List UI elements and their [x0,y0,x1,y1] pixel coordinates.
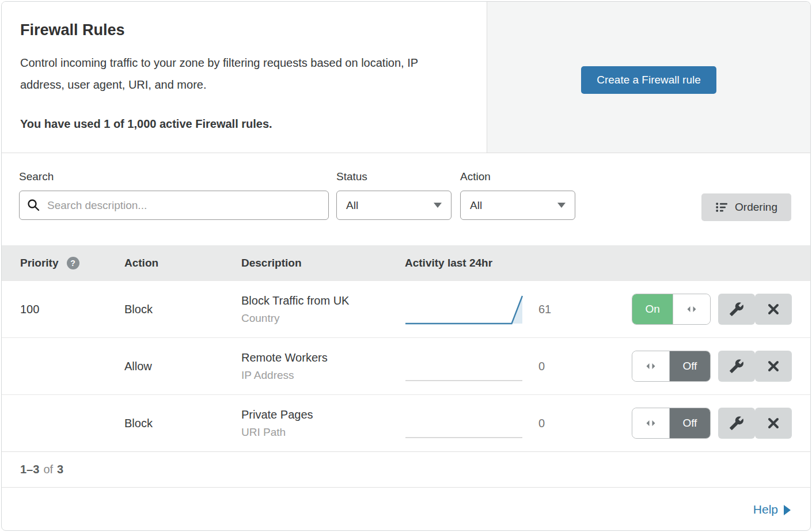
edit-rule-button[interactable] [718,294,755,325]
rule-description: Block Traffic from UK [241,294,405,307]
column-header-action: Action [124,257,241,269]
rule-description: Private Pages [241,408,405,421]
status-select[interactable]: All [336,191,451,220]
ordering-button[interactable]: Ordering [701,193,791,221]
activity-count: 0 [523,417,598,430]
page-description: Control incoming traffic to your zone by… [20,52,464,96]
rule-action: Block [124,417,241,430]
filter-bar: Search Status All Action All [2,153,810,245]
usage-note: You have used 1 of 1,000 active Firewall… [20,117,464,131]
header-action-area: Create a Firewall rule [487,2,810,153]
ordering-button-label: Ordering [735,201,777,214]
wrench-icon [729,302,744,317]
search-icon [27,199,40,211]
arrow-right-icon [784,505,791,515]
column-header-description: Description [241,257,405,269]
table-row: 100 Block Block Traffic from UK Country … [2,280,810,337]
delete-rule-button[interactable] [755,294,792,325]
activity-sparkline [405,348,523,384]
activity-count: 0 [523,360,598,373]
pagination-range: 1–3 [20,463,39,476]
status-selected-value: All [346,199,358,212]
table-row: Block Private Pages URI Path 0 Off [2,394,810,451]
status-label: Status [336,170,451,183]
ordered-list-icon [715,201,728,214]
rule-action: Allow [124,360,241,373]
header-text-block: Firewall Rules Control incoming traffic … [2,2,487,153]
close-icon [767,417,780,430]
column-header-priority: Priority [20,257,59,269]
toggle-state-label: On [632,294,673,324]
page-title: Firewall Rules [20,21,464,39]
action-filter-group: Action All [460,170,575,220]
firewall-rules-panel: Firewall Rules Control incoming traffic … [1,1,811,531]
search-label: Search [19,170,329,183]
chevron-down-icon [434,203,442,208]
activity-sparkline [405,405,523,441]
rule-priority: 100 [2,303,124,316]
rule-enabled-toggle[interactable]: Off [632,408,711,439]
priority-help-icon[interactable]: ? [67,257,79,269]
search-filter-group: Search [19,170,329,220]
rule-enabled-toggle[interactable]: Off [632,351,711,382]
rule-type: IP Address [241,369,405,382]
chevron-down-icon [557,203,566,208]
toggle-handle-icon [632,351,670,381]
help-link-label: Help [753,503,778,516]
pagination-bar: 1–3 of 3 [2,451,810,487]
close-icon [767,360,780,373]
action-label: Action [460,170,575,183]
rule-enabled-toggle[interactable]: On [632,294,711,325]
delete-rule-button[interactable] [755,408,792,439]
toggle-state-label: Off [670,408,710,438]
action-selected-value: All [470,199,482,212]
table-header-row: Priority ? Action Description Activity l… [2,245,810,280]
rule-type: Country [241,312,405,325]
panel-header: Firewall Rules Control incoming traffic … [2,2,810,153]
rule-type: URI Path [241,426,405,439]
search-input[interactable] [19,191,329,220]
rule-action: Block [124,303,241,316]
pagination-total: 3 [57,463,63,476]
column-header-activity: Activity last 24hr [405,257,598,269]
wrench-icon [729,359,744,374]
help-bar: Help [2,487,810,531]
toggle-handle-icon [632,408,670,438]
status-filter-group: Status All [336,170,451,220]
rule-description: Remote Workers [241,351,405,364]
edit-rule-button[interactable] [718,351,755,382]
pagination-of: of [43,463,53,476]
delete-rule-button[interactable] [755,351,792,382]
table-row: Allow Remote Workers IP Address 0 Off [2,337,810,394]
toggle-state-label: Off [670,351,710,381]
wrench-icon [729,416,744,431]
edit-rule-button[interactable] [718,408,755,439]
create-firewall-rule-button[interactable]: Create a Firewall rule [581,66,716,94]
activity-count: 61 [523,303,598,316]
toggle-handle-icon [673,294,710,324]
close-icon [767,303,780,316]
activity-sparkline [405,291,523,327]
help-link[interactable]: Help [753,503,791,516]
action-select[interactable]: All [460,191,575,220]
